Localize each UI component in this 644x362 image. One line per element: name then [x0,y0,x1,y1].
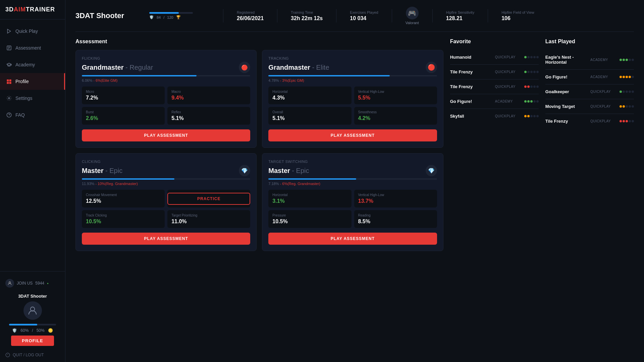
stat-value-overall-t: 5.1% [272,115,347,121]
card-prog-fill-clicking [82,178,174,180]
header-stat-hipfire-sens: Hipfire Sensitivity 128.21 [446,10,474,21]
sidebar-item-assessment[interactable]: Assessment [0,40,65,56]
join-us-row: JOIN US 5944 ● [5,276,60,290]
quit-logout-row[interactable]: QUIT / LOG OUT [5,349,60,357]
last-dots-eagles-nest [617,59,634,61]
dot-4 [629,76,631,78]
sidebar-item-profile[interactable]: Profile [0,73,65,90]
join-us-avatar [5,279,14,288]
fav-dots-gofigure [522,100,539,103]
play-assessment-btn-clicking[interactable]: PLAY ASSESSMENT [82,233,250,245]
hipfire-sens-label: Hipfire Sensitivity [446,10,474,14]
play-assessment-btn-flicking[interactable]: PLAY ASSESSMENT [82,129,250,141]
profile-button-sidebar[interactable]: PROFILE [11,336,54,346]
card-badge-clicking: 💎 [239,165,250,176]
fav-name-tilefrenzy1: Tile Frenzy [450,69,492,74]
dot-1 [620,105,622,108]
header-prog-labels: 🛡️ 84 / 120 🏆 [149,15,210,19]
faq-icon [6,112,12,118]
sidebar-bottom: JOIN US 5944 ● 3DAT Shooter 🛡️ 60% / 50%… [0,271,65,362]
sidebar-label-academy: Academy [15,62,35,67]
registered-label: Registered [237,10,255,14]
dot-5 [632,76,634,78]
dot-4 [533,100,536,103]
practice-btn-clicking[interactable]: PRACTICE [167,193,250,205]
favorite-title: Favorite [450,39,539,45]
card-prog-fill-ts [268,178,356,180]
profile-progress-bar-sidebar [9,324,56,325]
card-stats-ts: Horizontal 3.1% Vertical High-Low 13.7% … [268,190,437,228]
logo-aim: AIM [14,6,26,13]
card-stat-burst: Burst 2.6% [82,107,165,125]
quickplay-icon [6,28,12,34]
dot-1 [524,115,527,117]
stat-label-micro: Micro [86,90,161,94]
last-name-tilefrenzy: Tile Frenzy [545,119,587,124]
stat-value-reading-ts: 8.5% [358,219,433,225]
dot-5 [632,90,634,93]
dot-3 [626,76,628,78]
profile-avatar-sidebar [23,301,42,320]
sidebar-item-quickplay[interactable]: Quick Play [0,23,65,40]
sidebar-label-assessment: Assessment [15,45,41,51]
card-rank-row-ts: Master - Epic 💎 [268,165,437,176]
training-value: 32h 22m 12s [291,15,323,21]
card-pct-tracking: 4.78% - 3%(Epic GM) [268,78,437,82]
last-dots-gofigure [617,76,634,78]
header-divider-4 [392,9,392,22]
sidebar-item-academy[interactable]: Academy [0,56,65,73]
card-badge-flicking: 🔴 [239,62,250,73]
play-assessment-btn-tracking[interactable]: PLAY ASSESSMENT [268,129,437,141]
dot-3 [530,85,533,88]
level-sep: / [163,15,164,19]
rank-sub-tracking: - Elite [312,64,329,71]
fav-row-humanoid: Humanoid QUICKPLAY [450,50,539,65]
card-prog-bar-flicking [82,75,250,76]
sidebar-item-settings[interactable]: Settings [0,90,65,107]
dot-1 [524,100,527,103]
stat-label-reading-ts: Reading [358,214,433,217]
dot-2 [623,105,625,108]
game-badge: 🎮 Valorant [406,7,419,25]
dot-1 [620,120,622,122]
play-assessment-btn-ts[interactable]: PLAY ASSESSMENT [268,233,437,245]
profile-pct-sidebar: 60% [20,328,29,333]
card-rank-row-clicking: Master - Epic 💎 [82,165,250,176]
fav-row-skyfall: Skyfall QUICKPLAY [450,109,539,123]
header-stat-hipfire-fov: Hipfire Field of View 106 [501,10,534,21]
card-pct-clicking: 11.93% - 10%(Reg. Grandmaster) [82,182,250,186]
favorite-section: Favorite Humanoid QUICKPLAY [450,39,539,128]
stat-label-target-prio: Target Prioritizing [171,214,246,217]
dot-1 [620,90,622,93]
assessment-card-target-switching: Target Switching Master - Epic 💎 7.18% -… [262,153,443,251]
card-category-flicking: Flicking [82,56,250,60]
logo-3d: 3D [5,6,14,13]
stat-value-crosshair: 12.5% [86,198,161,204]
sidebar-item-faq[interactable]: FAQ [0,107,65,123]
dot-3 [530,56,533,58]
card-stats-clicking: Crosshair Movement 12.5% PRACTICE Track … [82,190,250,228]
dot-4 [629,120,631,122]
svg-rect-6 [9,79,11,81]
pct-highlight-clicking: - 10%(Reg. Grandmaster) [95,182,138,186]
dot-1 [524,56,527,58]
card-prog-bar-ts [268,178,437,180]
logo-trainer: TRAINER [26,6,55,13]
card-stat-micro: Micro 7.2% [82,86,165,104]
sidebar-label-quickplay: Quick Play [15,28,38,34]
dot-3 [530,71,533,73]
game-icon: 🎮 [406,7,419,19]
svg-rect-5 [7,79,9,81]
fav-dots-tilefrenzy2 [522,85,539,88]
stat-label-track-clicking: Track Clicking [86,214,161,217]
card-rank-clicking: Master - Epic [82,167,122,175]
dot-4 [533,85,536,88]
card-stat-reflex: Reflex 5.1% [167,107,250,125]
card-prog-bar-tracking [268,75,437,76]
card-badge-tracking: 🔴 [426,62,437,73]
fav-dots-humanoid [522,56,539,58]
profile-username-sidebar: 3DAT Shooter [18,294,47,299]
fav-type-skyfall: QUICKPLAY [495,114,519,118]
assessment-card-flicking: Flicking Grandmaster - Regular 🔴 6.06% -… [75,50,257,148]
online-dot: ● [47,282,49,285]
